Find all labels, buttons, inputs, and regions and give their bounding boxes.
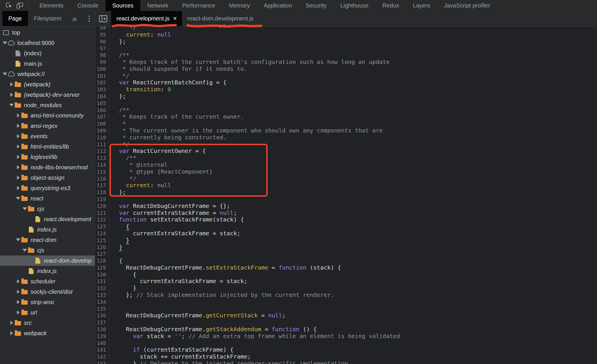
- tree-item-webpack[interactable]: webpack: [0, 328, 95, 338]
- line-number[interactable]: 139: [95, 333, 109, 340]
- tab-performance[interactable]: Performance: [175, 0, 222, 11]
- tree-item-cjs[interactable]: cjs: [0, 245, 95, 255]
- chevron-down-icon[interactable]: [16, 197, 21, 200]
- line-number[interactable]: 140: [95, 340, 109, 347]
- chevron-right-icon[interactable]: [16, 300, 21, 304]
- line-number[interactable]: 133: [95, 292, 109, 299]
- line-number[interactable]: 122: [95, 216, 109, 223]
- tree-item-react-dom-develop[interactable]: react-dom.develop: [0, 255, 95, 266]
- line-number[interactable]: 105: [95, 100, 109, 107]
- line-number[interactable]: 99: [95, 59, 109, 66]
- tree-item-loglevel-lib[interactable]: loglevel/lib: [0, 152, 95, 162]
- tab-application[interactable]: Application: [257, 0, 299, 11]
- line-number[interactable]: 114: [95, 162, 109, 168]
- line-number[interactable]: 98: [95, 52, 109, 59]
- line-number[interactable]: 120: [95, 203, 109, 210]
- hide-navigator-icon[interactable]: [95, 11, 111, 26]
- line-number[interactable]: 125: [95, 237, 109, 244]
- tree-item-src[interactable]: src: [0, 318, 95, 328]
- tree-item-react[interactable]: react: [0, 193, 95, 204]
- tab-elements[interactable]: Elements: [33, 0, 70, 11]
- line-number[interactable]: 96: [95, 38, 109, 45]
- line-number[interactable]: 116: [95, 175, 109, 182]
- chevron-right-icon[interactable]: [9, 321, 14, 325]
- file-tab-react-dom-development-js[interactable]: react-dom.development.js: [182, 11, 259, 26]
- line-number[interactable]: 137: [95, 319, 109, 326]
- chevron-right-icon[interactable]: [16, 186, 21, 190]
- line-number[interactable]: 136: [95, 312, 109, 319]
- line-number[interactable]: 97: [95, 45, 109, 52]
- line-number[interactable]: 112: [95, 148, 109, 155]
- tree-item-html-entities-lib[interactable]: html-entities/lib: [0, 141, 95, 152]
- chevron-right-icon[interactable]: [16, 176, 21, 180]
- tab-javascript-profiler[interactable]: JavaScript profiler: [437, 0, 497, 11]
- close-icon[interactable]: ×: [173, 15, 177, 22]
- line-number[interactable]: 108: [95, 120, 109, 127]
- tree-item-main-js[interactable]: main.js: [0, 58, 95, 69]
- tree-item-object-assign[interactable]: object-assign: [0, 172, 95, 183]
- line-number[interactable]: 103: [95, 86, 109, 93]
- line-number[interactable]: 117: [95, 182, 109, 189]
- chevron-right-icon[interactable]: [9, 331, 14, 335]
- chevron-down-icon[interactable]: [2, 73, 7, 75]
- chevron-down-icon[interactable]: [16, 238, 21, 241]
- chevron-down-icon[interactable]: [22, 207, 27, 210]
- line-number[interactable]: 121: [95, 210, 109, 217]
- line-number[interactable]: 131: [95, 278, 109, 285]
- chevron-double-right-icon[interactable]: »: [72, 11, 77, 26]
- chevron-right-icon[interactable]: [16, 155, 21, 159]
- line-number[interactable]: 94: [95, 26, 109, 31]
- tree-item-index[interactable]: (index): [0, 48, 95, 58]
- tree-item-cjs[interactable]: cjs: [0, 204, 95, 214]
- line-number[interactable]: 143: [95, 360, 109, 364]
- tree-item-node-libs-browser-nod[interactable]: node-libs-browser/nod: [0, 162, 95, 172]
- tree-item-webpack[interactable]: (webpack): [0, 79, 95, 90]
- line-number[interactable]: 107: [95, 113, 109, 120]
- chevron-down-icon[interactable]: [9, 104, 14, 107]
- chevron-right-icon[interactable]: [16, 134, 21, 138]
- kebab-menu-icon[interactable]: ⋮: [86, 11, 93, 26]
- chevron-right-icon[interactable]: [9, 82, 14, 86]
- tree-item-react-dom[interactable]: react-dom: [0, 235, 95, 245]
- chevron-right-icon[interactable]: [9, 93, 14, 97]
- tab-lighthouse[interactable]: Lighthouse: [333, 0, 375, 11]
- tab-sources[interactable]: Sources: [105, 0, 140, 11]
- line-number[interactable]: 111: [95, 141, 109, 148]
- line-number[interactable]: 128: [95, 257, 109, 264]
- line-number[interactable]: 135: [95, 306, 109, 312]
- tree-item-sockjs-client-dist[interactable]: sockjs-client/dist: [0, 287, 95, 297]
- chevron-right-icon[interactable]: [16, 124, 21, 128]
- tree-item-webpack-dev-server[interactable]: (webpack)-dev-server: [0, 90, 95, 100]
- chevron-right-icon[interactable]: [16, 290, 21, 294]
- tree-item-querystring-es3[interactable]: querystring-es3: [0, 183, 95, 193]
- line-number[interactable]: 126: [95, 244, 109, 251]
- line-number[interactable]: 127: [95, 251, 109, 257]
- line-number[interactable]: 110: [95, 134, 109, 141]
- line-number[interactable]: 129: [95, 264, 109, 271]
- line-number[interactable]: 119: [95, 196, 109, 203]
- tree-item-react-development[interactable]: react.development: [0, 214, 95, 224]
- tree-item-index-js[interactable]: index.js: [0, 266, 95, 276]
- code-editor[interactable]: 94 */95 current: null96};9798/**99 * Kee…: [95, 26, 597, 364]
- line-number[interactable]: 113: [95, 155, 109, 162]
- line-number[interactable]: 132: [95, 285, 109, 292]
- line-number[interactable]: 130: [95, 271, 109, 278]
- tree-item-localhost-9000[interactable]: localhost:9000: [0, 38, 95, 48]
- line-number[interactable]: 102: [95, 79, 109, 86]
- line-number[interactable]: 101: [95, 73, 109, 79]
- line-number[interactable]: 138: [95, 326, 109, 333]
- chevron-right-icon[interactable]: [16, 165, 21, 169]
- file-tab-react-development-js[interactable]: react.development.js×: [111, 11, 182, 26]
- inspect-icon[interactable]: [3, 1, 14, 10]
- navigator-tab-filesystem[interactable]: Filesystem: [28, 11, 68, 26]
- tree-item-events[interactable]: events: [0, 131, 95, 141]
- tree-item-index-js[interactable]: index.js: [0, 224, 95, 235]
- chevron-right-icon[interactable]: [16, 113, 21, 117]
- chevron-right-icon[interactable]: [16, 310, 21, 314]
- tree-item-node-modules[interactable]: node_modules: [0, 100, 95, 110]
- chevron-down-icon[interactable]: [22, 249, 27, 252]
- chevron-down-icon[interactable]: [2, 41, 7, 44]
- line-number[interactable]: 95: [95, 31, 109, 38]
- line-number[interactable]: 104: [95, 93, 109, 100]
- tab-redux[interactable]: Redux: [375, 0, 406, 11]
